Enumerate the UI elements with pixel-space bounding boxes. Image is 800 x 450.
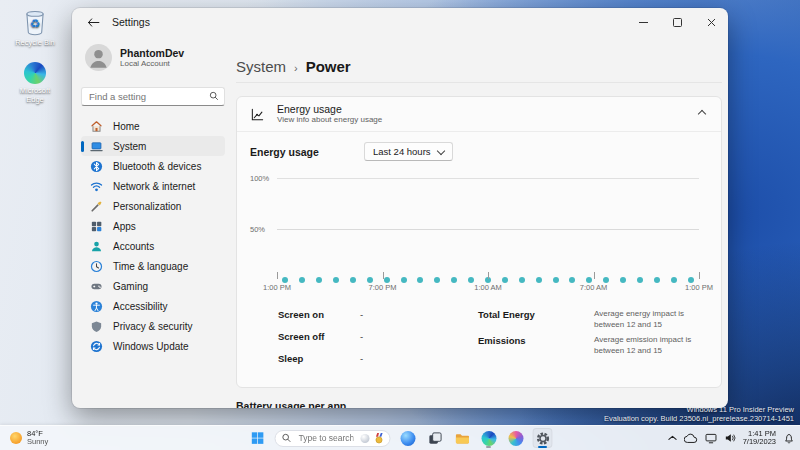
sidebar-item-time-language[interactable]: Time & language [81,256,225,276]
clock[interactable]: 1:41 PM 7/19/2023 [743,430,776,447]
gridline-100: 100% [277,178,699,179]
sidebar-item-label: Personalization [113,201,181,212]
settings-window: Settings PhantomDev Local Account [72,8,728,408]
chart-point [417,277,423,283]
stat-value: - [360,309,478,320]
sidebar-item-system[interactable]: System [81,136,225,156]
chart-point [468,277,474,283]
gaming-icon [90,280,103,293]
time-range-dropdown[interactable]: Last 24 hours [364,142,453,161]
search-highlight-orb-icon [361,434,370,443]
sidebar-item-accounts[interactable]: Accounts [81,236,225,256]
x-axis-tick [594,272,595,279]
copilot-taskbar-button[interactable] [398,428,418,448]
accessibility-icon [90,300,103,313]
task-view-taskbar-button[interactable] [425,428,445,448]
energy-usage-card: Energy usage View info about energy usag… [236,96,722,388]
x-axis-tick [383,272,384,279]
chart-point [553,277,559,283]
close-button[interactable] [694,8,728,36]
sidebar-item-accessibility[interactable]: Accessibility [81,296,225,316]
sidebar-item-apps[interactable]: Apps [81,216,225,236]
chart-point [451,277,457,283]
sidebar-item-windows-update[interactable]: Windows Update [81,336,225,356]
chart-point [350,277,356,283]
card-title: Energy usage [277,103,382,115]
taskbar-search-box[interactable] [275,430,391,447]
battery-section-title: Battery usage per app [236,400,722,408]
chart-point [637,277,643,283]
user-account-card[interactable]: PhantomDev Local Account [81,40,225,75]
notifications-button[interactable] [783,432,795,444]
x-axis-label: 1:00 AM [474,283,502,292]
edge-taskbar-button[interactable] [479,428,499,448]
running-indicator [538,446,547,448]
sidebar-item-network-internet[interactable]: Network & internet [81,176,225,196]
sidebar-item-gaming[interactable]: Gaming [81,276,225,296]
maximize-button[interactable] [660,8,694,36]
file-explorer-taskbar-button[interactable] [452,428,472,448]
energy-chart-icon [250,107,265,122]
copilot-icon [400,431,415,446]
weather-condition: Sunny [27,438,48,447]
edge-icon [24,62,46,84]
battery-usage-section: Battery usage per app Sort by: [236,400,722,408]
stats-left: Screen on-Screen off-Sleep- [278,309,478,375]
x-axis-label: 7:00 PM [369,283,397,292]
cloud-icon [684,433,698,444]
stat-row-sleep: Sleep- [278,353,478,375]
sidebar-item-privacy-security[interactable]: Privacy & security [81,316,225,336]
breadcrumb-separator: › [294,62,298,74]
y-axis-label-100: 100% [250,174,274,183]
stats-right: Total EnergyAverage energy impact is bet… [478,309,708,375]
system-icon [90,140,103,153]
file-explorer-icon [454,431,469,446]
stat-label: Sleep [278,353,360,364]
sidebar-item-bluetooth-devices[interactable]: Bluetooth & devices [81,156,225,176]
bluetooth-icon [90,160,103,173]
apps-icon [90,220,103,233]
onedrive-tray-button[interactable] [684,433,698,444]
photos-taskbar-button[interactable] [506,428,526,448]
energy-chart-plot: 100% 50% 1:00 PM7:00 PM1:00 AM7:00 AM1:0… [277,169,699,299]
chart-point [671,277,677,283]
sidebar-item-home[interactable]: Home [81,116,225,136]
chart-point [654,277,660,283]
stat-label: Total Energy [478,309,594,320]
time-language-icon [90,260,103,273]
stat-label: Screen off [278,331,360,342]
show-hidden-icons-button[interactable] [668,435,677,441]
minimize-button[interactable] [626,8,660,36]
time-range-value: Last 24 hours [373,146,431,157]
network-tray-button[interactable] [705,433,717,444]
stat-row-total-energy: Total EnergyAverage energy impact is bet… [478,309,708,330]
volume-tray-button[interactable] [724,433,736,443]
system-tray: 1:41 PM 7/19/2023 [668,426,795,450]
x-axis-tick [488,272,489,279]
widgets-weather-button[interactable]: 84°F Sunny [7,428,51,448]
start-button[interactable] [248,428,268,448]
settings-icon [535,431,550,446]
chart-point [401,277,407,283]
chart-point [620,277,626,283]
recycle-bin-icon: ♻ [22,8,48,36]
edge-shortcut[interactable]: Microsoft Edge [6,62,64,104]
settings-taskbar-button[interactable] [533,428,553,448]
taskbar-search-input[interactable] [297,432,356,444]
stat-label: Emissions [478,335,594,346]
page-title: Power [306,58,351,75]
avatar [85,44,112,71]
recycle-bin-shortcut[interactable]: ♻ Recycle Bin [6,8,64,47]
card-subtitle: View info about energy usage [277,115,382,125]
sidebar-item-personalization[interactable]: Personalization [81,196,225,216]
back-button[interactable] [85,14,101,30]
energy-usage-expander-header[interactable]: Energy usage View info about energy usag… [237,97,721,132]
breadcrumb-system[interactable]: System [236,58,286,75]
sidebar-item-label: Accessibility [113,301,167,312]
find-a-setting-input[interactable] [81,87,225,106]
x-axis-label: 7:00 AM [580,283,608,292]
watermark-line2: Evaluation copy. Build 23506.ni_prerelea… [604,414,794,423]
windows-update-icon [90,340,103,353]
energy-usage-chart: 100% 50% 1:00 PM7:00 PM1:00 AM7:00 AM1:0… [250,169,708,299]
breadcrumb: System › Power [236,58,722,75]
